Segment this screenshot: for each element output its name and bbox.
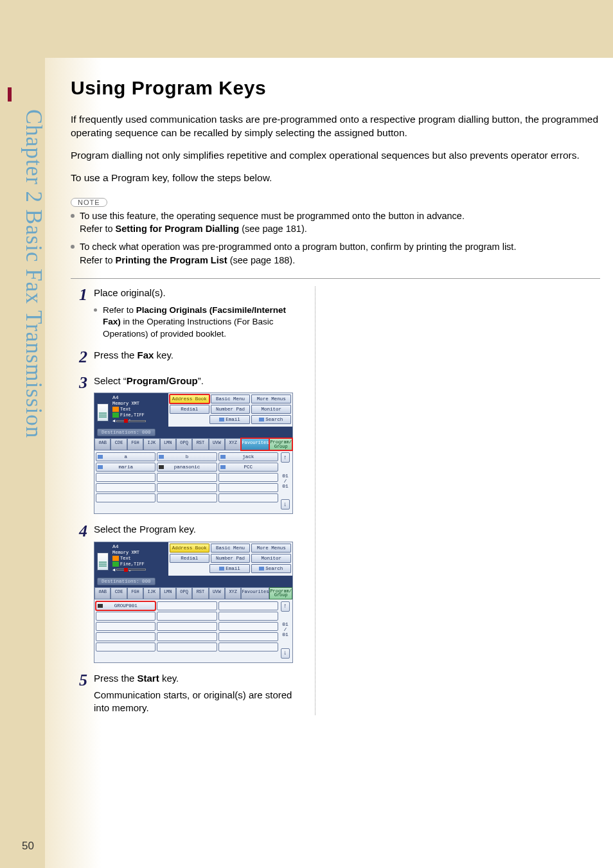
- alpha-tabs: #AB CDE FGH IJK LMN OPQ RST UVW XYZ Favo…: [94, 587, 292, 599]
- entry-empty[interactable]: [96, 473, 155, 482]
- entry-pcc[interactable]: PCC: [218, 463, 278, 472]
- entry-empty[interactable]: [96, 612, 155, 621]
- number-pad-button[interactable]: Number Pad: [211, 554, 251, 563]
- scroll-up-button[interactable]: ↑: [281, 452, 290, 463]
- tab-ab[interactable]: #AB: [94, 438, 111, 450]
- more-menus-button[interactable]: More Menus: [251, 394, 291, 403]
- scroll-down-button[interactable]: ↓: [281, 499, 290, 509]
- entry-empty[interactable]: [218, 642, 278, 651]
- file-icon: [112, 562, 119, 567]
- tab-ijk[interactable]: IJK: [143, 438, 159, 450]
- entry-b[interactable]: b: [157, 452, 217, 461]
- tab-opq[interactable]: OPQ: [176, 587, 192, 599]
- entry-a[interactable]: a: [96, 452, 155, 461]
- device-panel-1: A4 Memory XMT Text Fine,TIFF ◀▶ Address …: [94, 393, 293, 514]
- redial-button[interactable]: Redial: [170, 405, 209, 414]
- intro-p2: Program dialling not only simplifies rep…: [71, 149, 600, 163]
- more-menus-button[interactable]: More Menus: [251, 544, 291, 553]
- alpha-tabs: #AB CDE FGH IJK LMN OPQ RST UVW XYZ Favo…: [94, 438, 292, 450]
- basic-menu-button[interactable]: Basic Menu: [211, 394, 251, 403]
- monitor-button[interactable]: Monitor: [251, 405, 291, 414]
- entry-empty[interactable]: [157, 632, 217, 641]
- entry-empty[interactable]: [157, 483, 217, 492]
- entry-empty[interactable]: [96, 632, 155, 641]
- tab-ijk[interactable]: IJK: [143, 587, 159, 599]
- tab-opq[interactable]: OPQ: [176, 438, 192, 450]
- device-panel-2: A4 Memory XMT Text Fine,TIFF ◀▶ Address …: [94, 542, 293, 663]
- entry-empty[interactable]: [157, 642, 217, 651]
- tab-uvw[interactable]: UVW: [209, 438, 225, 450]
- scroll-up-button[interactable]: ↑: [281, 601, 290, 612]
- address-book-button[interactable]: Address Book: [170, 544, 209, 553]
- entry-empty[interactable]: [157, 612, 217, 621]
- tab-xyz[interactable]: XYZ: [225, 438, 241, 450]
- intro: If frequently used communication tasks a…: [71, 113, 600, 185]
- page-body: Using Program Keys If frequently used co…: [45, 58, 613, 868]
- scroll-down-button[interactable]: ↓: [281, 648, 290, 659]
- tab-uvw[interactable]: UVW: [209, 587, 225, 599]
- density-slider[interactable]: ◀▶: [112, 419, 166, 423]
- entry-empty[interactable]: [96, 493, 155, 502]
- tab-rst[interactable]: RST: [192, 587, 208, 599]
- tab-xyz[interactable]: XYZ: [225, 587, 241, 599]
- tab-favourites[interactable]: Favourites: [241, 438, 269, 450]
- page-indicator: 01/01: [282, 474, 289, 489]
- tab-rst[interactable]: RST: [192, 438, 208, 450]
- step-5: 5 Press the Start key. Communication sta…: [71, 672, 600, 715]
- tab-lmn[interactable]: LMN: [160, 587, 176, 599]
- tab-program-group[interactable]: Program/ Group: [269, 587, 292, 599]
- search-button[interactable]: Search: [251, 564, 291, 573]
- tab-cde[interactable]: CDE: [111, 438, 127, 450]
- entry-empty[interactable]: [218, 601, 278, 610]
- entry-empty[interactable]: [157, 493, 217, 502]
- tab-program-group[interactable]: Program/ Group: [269, 438, 292, 450]
- step-2: 2 Press the Fax key.: [71, 349, 600, 366]
- entry-maria[interactable]: maria: [96, 463, 155, 472]
- tab-fgh[interactable]: FGH: [127, 438, 143, 450]
- email-button[interactable]: Email: [209, 564, 249, 573]
- tab-fgh[interactable]: FGH: [127, 587, 143, 599]
- density-slider[interactable]: ◀▶: [112, 568, 166, 572]
- entry-group001[interactable]: GROUP001: [96, 601, 155, 610]
- doc-icon: [97, 553, 109, 571]
- text-icon: [112, 556, 119, 561]
- entry-empty[interactable]: [157, 473, 217, 482]
- entry-empty[interactable]: [218, 483, 278, 492]
- tab-favourites[interactable]: Favourites: [241, 587, 269, 599]
- step-4: 4 Select the Program key. A4 Memory XMT …: [71, 523, 600, 663]
- entries-grid: a maria b panasonic: [94, 450, 292, 513]
- tab-ab[interactable]: #AB: [94, 587, 111, 599]
- entry-panasonic[interactable]: panasonic: [157, 463, 217, 472]
- intro-p1: If frequently used communication tasks a…: [71, 113, 600, 140]
- monitor-button[interactable]: Monitor: [251, 554, 291, 563]
- number-pad-button[interactable]: Number Pad: [211, 405, 251, 414]
- entry-jack[interactable]: jack: [218, 452, 278, 461]
- tab-lmn[interactable]: LMN: [160, 438, 176, 450]
- entry-empty[interactable]: [218, 612, 278, 621]
- separator: [71, 278, 600, 279]
- entry-empty[interactable]: [218, 622, 278, 631]
- entries-grid: GROUP001: [94, 599, 292, 662]
- entry-empty[interactable]: [96, 642, 155, 651]
- entry-empty[interactable]: [157, 601, 217, 610]
- note-badge: NOTE: [71, 198, 107, 207]
- entry-empty[interactable]: [218, 632, 278, 641]
- search-button[interactable]: Search: [251, 415, 291, 424]
- entry-empty[interactable]: [96, 622, 155, 631]
- email-button[interactable]: Email: [209, 415, 249, 424]
- address-book-button[interactable]: Address Book: [170, 394, 209, 403]
- doc-icon: [97, 403, 109, 421]
- status-area: A4 Memory XMT Text Fine,TIFF ◀▶: [94, 542, 168, 576]
- page-indicator: 01/01: [282, 622, 289, 637]
- tab-cde[interactable]: CDE: [111, 587, 127, 599]
- entry-empty[interactable]: [157, 622, 217, 631]
- entry-empty[interactable]: [218, 473, 278, 482]
- entry-empty[interactable]: [218, 493, 278, 502]
- destinations-bar: Destinations: 000: [94, 576, 292, 587]
- step-1-sub: Refer to Placing Originals (Facsimile/In…: [94, 305, 306, 340]
- step-1: 1 Place original(s). Refer to Placing Or…: [71, 287, 600, 340]
- entry-empty[interactable]: [96, 483, 155, 492]
- side-tab-text: Chapter 2 Basic Fax Transmission: [21, 109, 46, 438]
- redial-button[interactable]: Redial: [170, 554, 209, 563]
- basic-menu-button[interactable]: Basic Menu: [211, 544, 251, 553]
